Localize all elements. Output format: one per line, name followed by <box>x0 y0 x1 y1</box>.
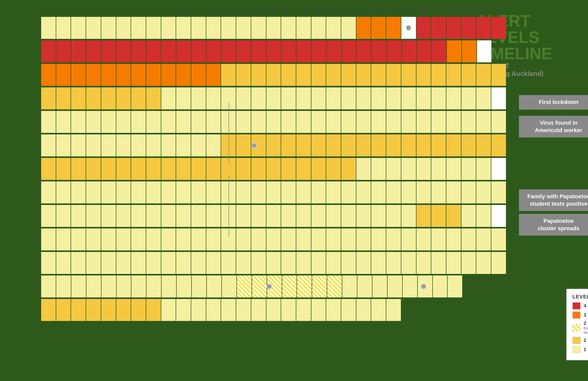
day-cell-jun-25 <box>401 87 416 110</box>
day-cell-jan-12 <box>206 252 221 274</box>
day-header-16: 16 <box>266 8 281 14</box>
day-cell-jan-23 <box>371 252 386 274</box>
day-cell-nov-31 <box>491 205 506 227</box>
day-cell-jul-3 <box>71 111 86 133</box>
day-cell-oct-2 <box>56 181 71 204</box>
day-cell-dec-3 <box>71 228 86 251</box>
day-cell-may-10 <box>176 64 191 86</box>
day-cell-apr-25 <box>402 40 417 63</box>
day-cell-mar-16 <box>266 299 281 321</box>
circle-marker2-feb-26 <box>421 284 426 289</box>
month-row-mar-0: MAR <box>41 17 506 39</box>
day-cell-aug-4 <box>86 134 101 157</box>
day-cell-aug-25 <box>401 134 416 157</box>
day-header-29: 29 <box>461 8 476 14</box>
month-label-jun: JUN <box>17 95 39 102</box>
day-cell-oct-12 <box>206 181 221 204</box>
day-cell-mar-12 <box>206 299 221 321</box>
day-cell-oct-17 <box>281 181 296 204</box>
day-cell-aug-29 <box>461 134 476 157</box>
day-header-11: 11 <box>191 8 206 14</box>
day-cell-aug-8 <box>146 134 161 157</box>
day-cell-sep-7 <box>131 158 146 180</box>
month-row-feb-11: FEB <box>41 275 506 298</box>
day-cell-dec-29 <box>461 228 476 251</box>
day-cell-jan-27 <box>431 252 446 274</box>
day-header-12: 12 <box>206 8 221 14</box>
day-cell-mar-14 <box>236 299 251 321</box>
month-label-may: MAY <box>17 72 39 78</box>
day-cell-sep-8 <box>146 158 161 180</box>
day-cell-mar-7 <box>131 299 146 321</box>
day-header-20: 20 <box>326 8 341 14</box>
day-cell-sep-5 <box>101 158 116 180</box>
day-cell-jun-30 <box>476 87 491 110</box>
day-cell-jul-11 <box>191 111 206 133</box>
day-header-23: 23 <box>371 8 386 14</box>
day-cell-feb-17 <box>282 275 297 298</box>
day-cell-jul-4 <box>86 111 101 133</box>
day-cell-dec-10 <box>176 228 191 251</box>
day-cell-may-23 <box>371 64 386 86</box>
day-cell-oct-19 <box>311 181 326 204</box>
day-cell-mar-5 <box>101 299 116 321</box>
day-cell-mar-19 <box>311 17 326 39</box>
day-cell-jun-6 <box>116 87 131 110</box>
day-cell-aug-11 <box>191 134 206 157</box>
day-cell-feb-21 <box>342 275 357 298</box>
day-cell-jun-8 <box>146 87 161 110</box>
day-cell-sep-17 <box>281 158 296 180</box>
day-cell-aug-24 <box>386 134 401 157</box>
day-cell-sep-28 <box>446 158 461 180</box>
day-header-1: 1 <box>41 8 56 14</box>
day-cell-apr-10 <box>176 40 191 63</box>
day-cell-jan-2 <box>56 252 71 274</box>
day-cell-sep-26 <box>416 158 431 180</box>
day-cell-jul-15 <box>251 111 266 133</box>
month-label-apr: APR <box>17 48 39 55</box>
day-header-15: 15 <box>251 8 266 14</box>
day-cell-jan-26 <box>416 252 431 274</box>
day-cell-sep-18 <box>296 158 311 180</box>
day-cell-jan-31 <box>491 252 506 274</box>
day-cell-jun-29 <box>461 87 476 110</box>
month-row-sep-6: SEP <box>41 158 506 180</box>
day-cell-dec-12 <box>206 228 221 251</box>
day-cell-aug-18 <box>296 134 311 157</box>
day-cell-aug-14 <box>236 134 251 157</box>
day-cell-sep-24 <box>386 158 401 180</box>
day-cell-mar-2 <box>56 299 71 321</box>
day-cell-aug-23 <box>371 134 386 157</box>
day-cell-nov-22 <box>356 205 371 227</box>
day-cell-mar-29 <box>461 299 476 321</box>
day-header-25: 25 <box>401 8 416 14</box>
legend-item-2: 2 <box>572 337 588 344</box>
day-cell-may-18 <box>296 64 311 86</box>
day-cell-oct-22 <box>356 181 371 204</box>
legend-swatch-2 <box>572 337 581 344</box>
day-cell-feb-19 <box>312 275 327 298</box>
day-cell-sep-3 <box>71 158 86 180</box>
day-cell-mar-15 <box>251 299 266 321</box>
day-cell-mar-9 <box>161 17 176 39</box>
month-label-jul: JUL <box>17 119 39 125</box>
day-cell-jun-2 <box>56 87 71 110</box>
day-cell-nov-11 <box>191 205 206 227</box>
day-cell-oct-4 <box>86 181 101 204</box>
month-label-nov: NOV <box>17 213 39 219</box>
day-cell-oct-25 <box>401 181 416 204</box>
day-cell-may-11 <box>191 64 206 86</box>
day-cell-oct-16 <box>266 181 281 204</box>
day-cell-mar-14 <box>236 17 251 39</box>
day-cell-jun-14 <box>236 87 251 110</box>
day-cell-jul-22 <box>356 111 371 133</box>
day-cell-oct-28 <box>446 181 461 204</box>
day-cell-mar-7 <box>131 17 146 39</box>
day-cell-mar-29 <box>461 17 476 39</box>
day-cell-mar-16 <box>266 17 281 39</box>
month-row-jun-3: JUN <box>41 87 506 110</box>
day-cell-nov-1 <box>41 205 56 227</box>
day-cell-jan-15 <box>251 252 266 274</box>
day-cell-nov-6 <box>116 205 131 227</box>
day-cell-nov-16 <box>266 205 281 227</box>
